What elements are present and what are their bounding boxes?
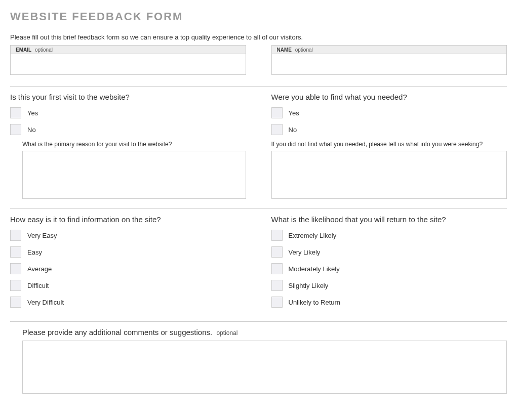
comments-textarea[interactable] xyxy=(22,341,507,394)
name-header: NAME optional xyxy=(272,46,507,54)
page-title: WEBSITE FEEDBACK FORM xyxy=(10,10,507,23)
first-visit-yes-label: Yes xyxy=(27,109,38,117)
return-o4-row: Slightly Likely xyxy=(271,280,507,291)
email-input[interactable] xyxy=(11,54,246,74)
name-optional: optional xyxy=(295,47,313,53)
not-found-label: If you did not find what you needed, ple… xyxy=(271,141,507,148)
find-no-label: No xyxy=(289,126,297,134)
subtitle-text: Please fill out this brief feedback form… xyxy=(10,33,507,41)
ease-o4-row: Difficult xyxy=(10,280,246,291)
comments-label-row: Please provide any additional comments o… xyxy=(22,328,507,337)
ease-o4-label: Difficult xyxy=(27,282,49,289)
rating-questions-row: How easy is it to find information on th… xyxy=(10,215,507,313)
ease-o1-label: Very Easy xyxy=(27,232,57,239)
first-visit-yes-checkbox[interactable] xyxy=(10,107,21,118)
visit-questions-row: Is this your first visit to the website?… xyxy=(10,93,507,200)
return-o2-label: Very Likely xyxy=(289,248,321,256)
return-o3-label: Moderately Likely xyxy=(289,265,340,273)
return-o2-checkbox[interactable] xyxy=(271,246,283,258)
name-label: NAME xyxy=(277,47,292,53)
email-header: EMAIL optional xyxy=(11,46,246,54)
ease-o2-checkbox[interactable] xyxy=(10,246,21,258)
email-optional: optional xyxy=(35,47,53,53)
find-yes-checkbox[interactable] xyxy=(271,107,283,118)
find-needed-question: Were you able to find what you needed? xyxy=(271,93,507,101)
return-o4-label: Slightly Likely xyxy=(289,282,329,289)
ease-question: How easy is it to find information on th… xyxy=(10,215,246,224)
ease-o4-checkbox[interactable] xyxy=(10,280,21,291)
divider xyxy=(10,86,507,87)
return-o5-checkbox[interactable] xyxy=(271,297,283,308)
first-visit-question: Is this your first visit to the website? xyxy=(10,93,246,101)
email-label: EMAIL xyxy=(16,47,31,53)
ease-o2-row: Easy xyxy=(10,246,246,258)
email-field-group: EMAIL optional xyxy=(10,45,246,75)
comments-optional: optional xyxy=(216,329,237,337)
find-yes-row: Yes xyxy=(271,107,507,118)
comments-label: Please provide any additional comments o… xyxy=(22,328,212,337)
return-o3-checkbox[interactable] xyxy=(271,263,283,274)
return-o5-label: Unlikely to Return xyxy=(289,299,341,306)
divider xyxy=(10,321,507,322)
ease-o1-row: Very Easy xyxy=(10,230,246,241)
first-visit-no-checkbox[interactable] xyxy=(10,124,21,135)
name-field-group: NAME optional xyxy=(271,45,507,75)
ease-o5-checkbox[interactable] xyxy=(10,297,21,308)
return-o5-row: Unlikely to Return xyxy=(271,297,507,308)
return-o2-row: Very Likely xyxy=(271,246,507,258)
contact-row: EMAIL optional NAME optional xyxy=(10,45,507,78)
first-visit-yes-row: Yes xyxy=(10,107,246,118)
divider xyxy=(10,208,507,209)
return-o1-row: Extremely Likely xyxy=(271,230,507,241)
return-o1-checkbox[interactable] xyxy=(271,230,283,241)
ease-o1-checkbox[interactable] xyxy=(10,230,21,241)
ease-o2-label: Easy xyxy=(27,248,42,256)
ease-o3-label: Average xyxy=(27,265,52,273)
return-o1-label: Extremely Likely xyxy=(289,232,337,239)
find-no-row: No xyxy=(271,124,507,135)
ease-o5-label: Very Difficult xyxy=(27,299,64,306)
find-yes-label: Yes xyxy=(289,109,299,117)
return-o3-row: Moderately Likely xyxy=(271,263,507,274)
first-visit-no-row: No xyxy=(10,124,246,135)
visit-reason-textarea[interactable] xyxy=(22,151,246,199)
ease-o3-checkbox[interactable] xyxy=(10,263,21,274)
first-visit-no-label: No xyxy=(27,126,36,134)
ease-o3-row: Average xyxy=(10,263,246,274)
name-input[interactable] xyxy=(272,54,507,74)
find-no-checkbox[interactable] xyxy=(271,124,283,135)
return-o4-checkbox[interactable] xyxy=(271,280,283,291)
ease-o5-row: Very Difficult xyxy=(10,297,246,308)
return-question: What is the likelihood that you will ret… xyxy=(271,215,507,224)
visit-reason-label: What is the primary reason for your visi… xyxy=(22,141,246,148)
not-found-textarea[interactable] xyxy=(271,151,507,199)
